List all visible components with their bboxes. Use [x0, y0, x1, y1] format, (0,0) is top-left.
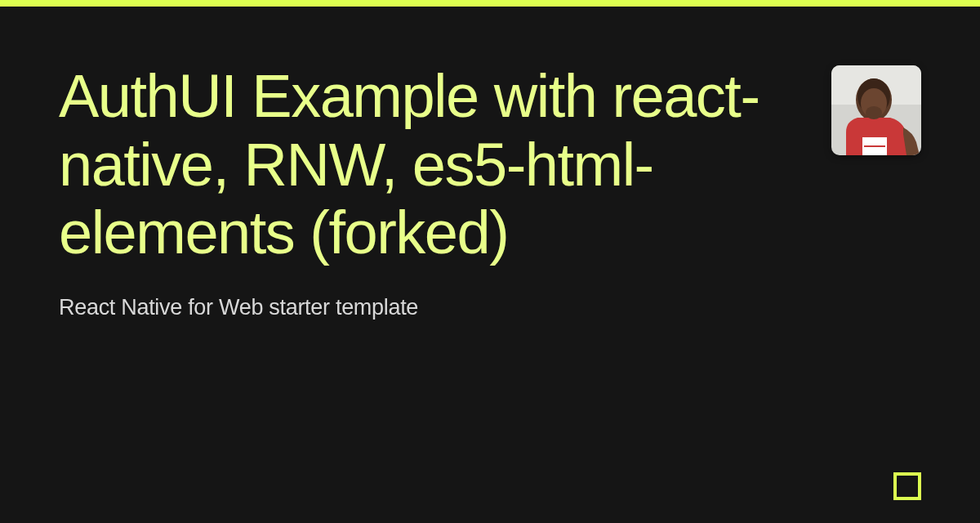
- svg-rect-6: [864, 145, 885, 147]
- user-avatar: [831, 65, 921, 155]
- svg-point-7: [866, 106, 882, 119]
- avatar-image: [831, 65, 921, 155]
- project-title: AuthUI Example with react-native, RNW, e…: [59, 62, 769, 267]
- brand-logo-icon: [893, 472, 921, 500]
- accent-top-bar: [0, 0, 980, 7]
- main-content: AuthUI Example with react-native, RNW, e…: [0, 7, 980, 320]
- project-subtitle: React Native for Web starter template: [59, 295, 921, 320]
